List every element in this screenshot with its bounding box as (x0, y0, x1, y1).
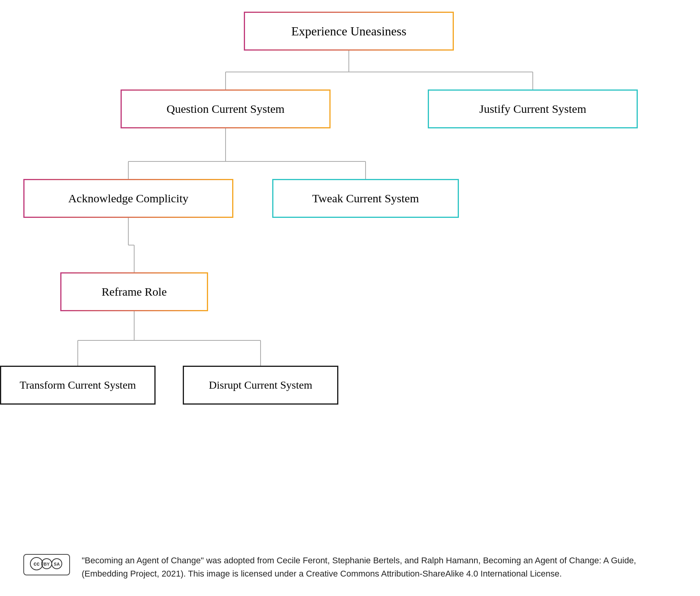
reframe-role-label: Reframe Role (102, 285, 166, 298)
justify-current-system-label: Justify Current System (480, 102, 586, 116)
tweak-current-system-label: Tweak Current System (312, 192, 419, 205)
cc-icon: cc BY SA (30, 557, 64, 573)
svg-text:cc: cc (33, 561, 40, 567)
question-current-system-node: Question Current System (121, 89, 331, 128)
transform-current-system-node: Transform Current System (0, 366, 156, 405)
cc-badge: cc BY SA (23, 554, 70, 575)
justify-current-system-node: Justify Current System (428, 89, 638, 128)
svg-text:BY: BY (44, 562, 50, 566)
experience-uneasiness-label: Experience Uneasiness (291, 24, 406, 39)
transform-current-system-label: Transform Current System (19, 379, 136, 391)
acknowledge-complicity-label: Acknowledge Complicity (68, 192, 188, 205)
footer-text: "Becoming an Agent of Change" was adopte… (82, 554, 677, 580)
question-current-system-label: Question Current System (166, 102, 284, 116)
reframe-role-node: Reframe Role (60, 272, 208, 311)
svg-text:SA: SA (54, 562, 60, 566)
experience-uneasiness-node: Experience Uneasiness (244, 12, 454, 51)
footer: cc BY SA "Becoming an Agent of Change" w… (23, 554, 677, 580)
disrupt-current-system-label: Disrupt Current System (209, 379, 312, 391)
disrupt-current-system-node: Disrupt Current System (183, 366, 338, 405)
tweak-current-system-node: Tweak Current System (272, 179, 459, 218)
connector-lines (0, 0, 700, 525)
acknowledge-complicity-node: Acknowledge Complicity (23, 179, 233, 218)
diagram-container: Experience Uneasiness Question Current S… (0, 0, 700, 525)
